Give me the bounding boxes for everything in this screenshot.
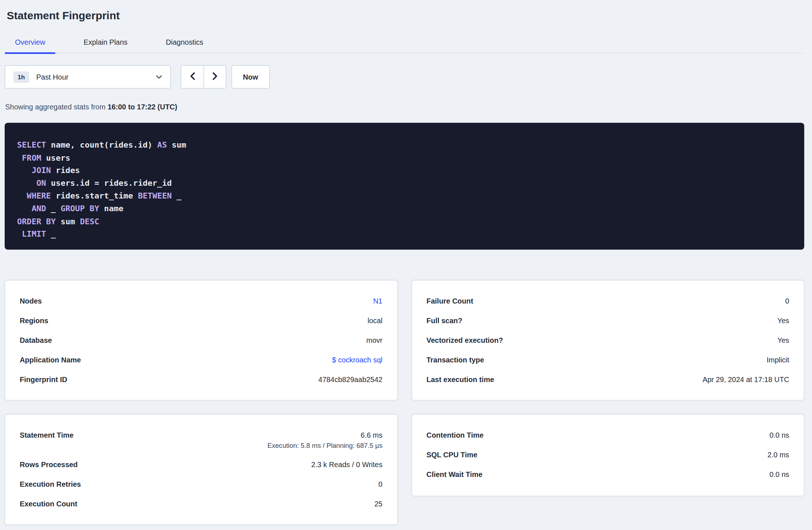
aggregated-stats-line: Showing aggregated stats from 16:00 to 1… <box>5 103 812 111</box>
transaction-type-value: Implicit <box>767 356 789 364</box>
page-title: Statement Fingerprint <box>0 0 812 22</box>
client-wait-time-label: Client Wait Time <box>426 470 482 479</box>
contention-time-label: Contention Time <box>426 431 483 439</box>
rows-processed-value: 2.3 k Reads / 0 Writes <box>311 461 382 469</box>
row-statement-time: Statement Time 6.6 ms Execution: 5.8 ms … <box>20 425 382 455</box>
failure-count-label: Failure Count <box>426 297 473 305</box>
statement-details-card: Nodes N1 Regions local Database movr App… <box>5 280 398 401</box>
row-database: Database movr <box>20 330 382 350</box>
execution-attributes-card: Failure Count 0 Full scan? Yes Vectorize… <box>411 280 804 401</box>
time-range-dropdown[interactable]: 1h Past Hour <box>5 65 171 89</box>
regions-label: Regions <box>20 317 48 325</box>
row-full-scan: Full scan? Yes <box>426 311 789 330</box>
row-contention-time: Contention Time 0.0 ns <box>426 425 789 445</box>
row-fingerprint-id: Fingerprint ID 4784cb829aab2542 <box>20 370 382 389</box>
tab-overview[interactable]: Overview <box>5 33 56 53</box>
chevron-left-icon <box>189 72 196 82</box>
row-client-wait-time: Client Wait Time 0.0 ns <box>426 465 789 484</box>
full-scan-value: Yes <box>777 317 789 325</box>
row-sql-cpu-time: SQL CPU Time 2.0 ms <box>426 445 789 465</box>
full-scan-label: Full scan? <box>426 317 462 325</box>
tab-explain-plans[interactable]: Explain Plans <box>73 33 138 53</box>
database-label: Database <box>20 336 52 345</box>
time-toolbar: 1h Past Hour Now <box>5 65 804 89</box>
fingerprint-id-label: Fingerprint ID <box>20 376 67 384</box>
transaction-type-label: Transaction type <box>426 356 484 364</box>
application-name-value-link[interactable]: $ cockroach sql <box>332 356 383 364</box>
chevron-down-icon <box>156 75 162 79</box>
tab-bar: Overview Explain Plans Diagnostics <box>5 33 804 53</box>
row-regions: Regions local <box>20 311 382 330</box>
application-name-label: Application Name <box>20 356 81 364</box>
vectorized-execution-label: Vectorized execution? <box>426 336 503 345</box>
statement-time-label: Statement Time <box>20 425 73 445</box>
fingerprint-id-value: 4784cb829aab2542 <box>318 376 382 384</box>
statement-fingerprint-page: Statement Fingerprint Overview Explain P… <box>0 0 812 530</box>
statement-time-values: 6.6 ms Execution: 5.8 ms / Planning: 687… <box>268 425 382 450</box>
tab-diagnostics[interactable]: Diagnostics <box>156 33 214 53</box>
row-last-execution-time: Last execution time Apr 29, 2024 at 17:1… <box>426 370 789 389</box>
aggregated-stats-prefix: Showing aggregated stats from <box>5 103 108 111</box>
sql-statement-box: SELECT name, count(rides.id) AS sum FROM… <box>5 123 804 250</box>
timing-stats-card: Contention Time 0.0 ns SQL CPU Time 2.0 … <box>411 414 804 496</box>
sql-cpu-time-value: 2.0 ms <box>767 451 789 459</box>
row-execution-count: Execution Count 25 <box>20 494 382 514</box>
row-application-name: Application Name $ cockroach sql <box>20 350 382 370</box>
execution-retries-label: Execution Retries <box>20 480 81 489</box>
time-range-label: Past Hour <box>36 73 69 81</box>
execution-count-value: 25 <box>374 500 382 508</box>
vectorized-execution-value: Yes <box>777 336 789 345</box>
execution-count-label: Execution Count <box>20 500 77 508</box>
sql-cpu-time-label: SQL CPU Time <box>426 451 477 459</box>
failure-count-value: 0 <box>785 297 789 305</box>
rows-processed-label: Rows Processed <box>20 461 78 469</box>
stat-cards-grid: Nodes N1 Regions local Database movr App… <box>5 280 804 525</box>
last-execution-time-label: Last execution time <box>426 376 494 384</box>
now-button[interactable]: Now <box>232 65 270 89</box>
row-failure-count: Failure Count 0 <box>426 291 789 311</box>
row-rows-processed: Rows Processed 2.3 k Reads / 0 Writes <box>20 455 382 474</box>
execution-stats-card: Statement Time 6.6 ms Execution: 5.8 ms … <box>5 414 398 525</box>
row-transaction-type: Transaction type Implicit <box>426 350 789 370</box>
nodes-label: Nodes <box>20 297 42 305</box>
database-value: movr <box>366 336 382 345</box>
statement-time-breakdown: Execution: 5.8 ms / Planning: 687.5 µs <box>268 441 382 450</box>
nodes-value-link[interactable]: N1 <box>373 297 383 305</box>
time-range-badge: 1h <box>13 71 29 83</box>
aggregated-stats-range: 16:00 to 17:22 (UTC) <box>108 103 177 111</box>
time-nav-group <box>181 65 226 89</box>
sql-statement: SELECT name, count(rides.id) AS sum FROM… <box>17 139 794 241</box>
execution-retries-value: 0 <box>378 480 382 489</box>
regions-value: local <box>367 317 382 325</box>
row-nodes: Nodes N1 <box>20 291 382 311</box>
row-execution-retries: Execution Retries 0 <box>20 474 382 494</box>
client-wait-time-value: 0.0 ns <box>769 470 789 479</box>
chevron-right-icon <box>211 72 218 82</box>
contention-time-value: 0.0 ns <box>769 431 789 439</box>
next-range-button[interactable] <box>204 66 226 88</box>
row-vectorized-execution: Vectorized execution? Yes <box>426 330 789 350</box>
last-execution-time-value: Apr 29, 2024 at 17:18 UTC <box>703 376 789 384</box>
previous-range-button[interactable] <box>181 66 204 88</box>
